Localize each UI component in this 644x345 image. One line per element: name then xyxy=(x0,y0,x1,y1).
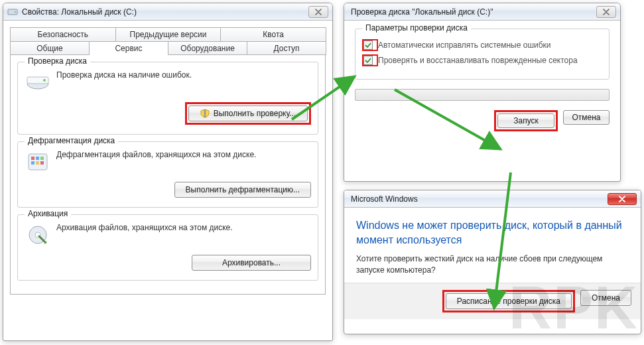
tab-security[interactable]: Безопасность xyxy=(10,27,116,41)
tab-hardware[interactable]: Оборудование xyxy=(168,41,247,55)
highlight-run-check: Выполнить проверку... xyxy=(185,102,311,125)
properties-titlebar[interactable]: Свойства: Локальный диск (C:) xyxy=(3,3,332,21)
close-button[interactable] xyxy=(308,6,328,18)
checkdisk-title: Проверка диска "Локальный диск (C:)" xyxy=(351,7,596,17)
checkbox-autofix[interactable] xyxy=(363,40,373,50)
defrag-button[interactable]: Выполнить дефрагментацию... xyxy=(174,182,311,198)
backup-button[interactable]: Архивировать... xyxy=(192,255,311,271)
group-check-text: Проверка диска на наличие ошибок. xyxy=(56,69,311,81)
cancel-button-label: Отмена xyxy=(592,293,620,303)
highlight-opt1 xyxy=(362,39,378,51)
group-defrag: Дефрагментация диска Дефрагментация файл… xyxy=(17,141,318,208)
defrag-icon xyxy=(25,149,51,175)
tab-sharing[interactable]: Доступ xyxy=(247,41,326,55)
group-defrag-text: Дефрагментация файлов, хранящихся на это… xyxy=(56,149,311,161)
svg-point-1 xyxy=(15,11,16,12)
cancel-button[interactable]: Отмена xyxy=(580,290,631,306)
checkdisk-params-legend: Параметры проверки диска xyxy=(362,23,471,33)
highlight-opt2 xyxy=(362,54,378,66)
drive-icon xyxy=(7,7,18,17)
backup-icon xyxy=(25,222,51,248)
backup-button-label: Архивировать... xyxy=(222,258,281,267)
option-scan-sectors-label: Проверять и восстанавливать поврежденные… xyxy=(378,56,578,65)
properties-tabs: Безопасность Предыдущие версии Квота Общ… xyxy=(3,21,332,55)
message-headline: Windows не может проверить диск, который… xyxy=(356,218,629,247)
svg-rect-11 xyxy=(40,161,44,165)
check-disk-icon xyxy=(25,69,51,96)
progress-bar xyxy=(355,89,610,101)
message-window: Microsoft Windows Windows не может прове… xyxy=(344,190,641,334)
group-backup-text: Архивация файлов, хранящихся на этом дис… xyxy=(56,222,311,234)
message-titlebar[interactable]: Microsoft Windows xyxy=(344,190,641,208)
tab-content: Проверка диска Проверка диска на наличие… xyxy=(10,54,326,295)
svg-rect-7 xyxy=(36,157,39,160)
close-button[interactable] xyxy=(596,6,616,18)
svg-rect-9 xyxy=(31,161,34,165)
option-scan-sectors[interactable]: Проверять и восстанавливать поврежденные… xyxy=(362,54,602,66)
run-check-button[interactable]: Выполнить проверку... xyxy=(188,105,308,121)
uac-shield-icon xyxy=(200,109,210,118)
properties-window: Свойства: Локальный диск (C:) Безопаснос… xyxy=(3,3,333,341)
svg-rect-8 xyxy=(40,157,44,160)
group-check-disk: Проверка диска Проверка диска на наличие… xyxy=(17,62,318,135)
start-button[interactable]: Запуск xyxy=(497,113,554,128)
run-check-label: Выполнить проверку... xyxy=(214,109,296,118)
svg-rect-10 xyxy=(36,161,39,165)
tab-general[interactable]: Общие xyxy=(10,41,90,55)
tab-tools[interactable]: Сервис xyxy=(89,41,168,55)
option-autofix-label: Автоматически исправлять системные ошибк… xyxy=(378,40,551,50)
defrag-button-label: Выполнить дефрагментацию... xyxy=(186,185,300,194)
group-backup: Архивация Архивация файлов, хранящихся н… xyxy=(17,214,318,281)
checkbox-scan-sectors[interactable] xyxy=(363,56,373,65)
group-backup-legend: Архивация xyxy=(25,209,71,218)
cancel-button-label: Отмена xyxy=(572,113,600,122)
tab-previous-versions[interactable]: Предыдущие версии xyxy=(115,27,222,41)
highlight-schedule: Расписание проверки диска xyxy=(442,290,575,312)
group-defrag-legend: Дефрагментация диска xyxy=(25,136,118,145)
message-body: Хотите проверить жесткий диск на наличие… xyxy=(356,253,629,276)
svg-rect-6 xyxy=(31,157,34,160)
group-check-legend: Проверка диска xyxy=(25,56,90,66)
tab-quota[interactable]: Квота xyxy=(220,27,326,41)
close-button[interactable] xyxy=(608,193,637,205)
schedule-button-label: Расписание проверки диска xyxy=(457,297,560,306)
checkdisk-window: Проверка диска "Локальный диск (C:)" Пар… xyxy=(344,3,621,182)
start-button-label: Запуск xyxy=(513,116,539,125)
highlight-start: Запуск xyxy=(494,110,558,131)
properties-title: Свойства: Локальный диск (C:) xyxy=(22,7,308,17)
option-autofix[interactable]: Автоматически исправлять системные ошибк… xyxy=(362,39,602,51)
svg-point-4 xyxy=(43,79,46,82)
message-title: Microsoft Windows xyxy=(351,194,608,204)
checkdisk-titlebar[interactable]: Проверка диска "Локальный диск (C:)" xyxy=(344,3,620,21)
schedule-button[interactable]: Расписание проверки диска xyxy=(446,293,572,309)
checkdisk-params: Параметры проверки диска Автоматически и… xyxy=(355,29,610,80)
cancel-button[interactable]: Отмена xyxy=(563,110,610,125)
